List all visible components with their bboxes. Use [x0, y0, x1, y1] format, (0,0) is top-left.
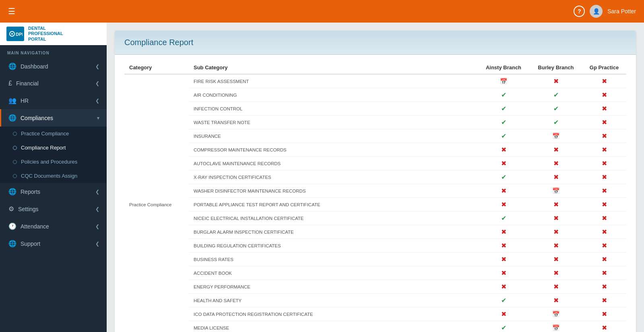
user-name: Sara Potter: [607, 8, 636, 15]
circle-icon: [13, 174, 17, 178]
burley-cell: 📅: [530, 129, 582, 143]
subcategory-cell: MEDIA LICENSE: [189, 321, 477, 332]
gp-cell: ✖: [582, 157, 626, 170]
page-title: Compliance Report: [124, 38, 626, 47]
gp-cell: ✖: [582, 170, 626, 184]
gp-cell: ✖: [582, 212, 626, 225]
table-row: X-RAY INSPECTION CERTIFICATES ✔ ✖ ✖: [124, 170, 626, 184]
burley-cell: ✖: [530, 170, 582, 184]
subcategory-cell: COMPRESSOR MAINTENANCE RECORDS: [189, 143, 477, 157]
circle-icon: [13, 132, 17, 136]
chevron-icon: ❮: [95, 81, 99, 86]
table-row: ACCIDENT BOOK ✖ ✖ ✖: [124, 266, 626, 280]
burley-cell: ✖: [530, 280, 582, 294]
burley-cell: ✖: [530, 74, 582, 88]
sidebar-item-practice-compliance[interactable]: Practice Compliance: [0, 127, 107, 141]
burley-cell: ✔: [530, 88, 582, 102]
topbar-right: ? 👤 Sara Potter: [574, 5, 636, 18]
svg-point-2: [11, 33, 13, 35]
subcategory-cell: INSURANCE: [189, 129, 477, 143]
circle-icon: [13, 146, 17, 150]
menu-icon[interactable]: ☰: [8, 6, 15, 16]
gp-cell: ✖: [582, 294, 626, 307]
sidebar-item-financial[interactable]: £ Financial ❮: [0, 75, 107, 92]
sidebar-item-dashboard[interactable]: 🌐 Dashboard ❮: [0, 58, 107, 75]
ainsty-cell: ✔: [477, 116, 530, 129]
ainsty-cell: ✔: [477, 129, 530, 143]
table-row: COMPRESSOR MAINTENANCE RECORDS ✖ ✖ ✖: [124, 143, 626, 157]
col-header-subcategory: Sub Category: [189, 61, 477, 74]
gp-cell: ✖: [582, 129, 626, 143]
ainsty-cell: ✖: [477, 143, 530, 157]
subcategory-cell: NICEIC ELECTRICAL INSTALLATION CERTIFICA…: [189, 212, 477, 225]
sidebar: DPP DENTAL PROFESSIONAL PORTAL MAIN NAVI…: [0, 23, 107, 332]
col-header-gp: Gp Practice: [582, 61, 626, 74]
table-row: MEDIA LICENSE ✔ 📅 ✖: [124, 321, 626, 332]
nav-section-label: MAIN NAVIGATION: [0, 45, 107, 58]
sidebar-item-attendance[interactable]: 🕐 Attendance ❮: [0, 218, 107, 235]
gp-cell: ✖: [582, 143, 626, 157]
sidebar-item-reports[interactable]: 🌐 Reports ❮: [0, 183, 107, 200]
chevron-down-icon: ▾: [97, 115, 99, 121]
compliances-submenu: Practice Compliance Compliance Report Po…: [0, 127, 107, 183]
gp-cell: ✖: [582, 225, 626, 239]
topbar: ☰ ? 👤 Sara Potter: [0, 0, 644, 23]
ainsty-cell: ✖: [477, 225, 530, 239]
help-icon[interactable]: ?: [574, 6, 585, 17]
sidebar-item-settings[interactable]: ⚙ Settings ❮: [0, 200, 107, 218]
gp-cell: ✖: [582, 74, 626, 88]
sidebar-item-support[interactable]: 🌐 Support ❮: [0, 235, 107, 252]
gp-cell: ✖: [582, 239, 626, 253]
burley-cell: ✖: [530, 266, 582, 280]
subcategory-cell: HEALTH AND SAFETY: [189, 294, 477, 307]
chevron-icon: ❮: [95, 98, 99, 104]
burley-cell: ✖: [530, 157, 582, 170]
gp-cell: ✖: [582, 116, 626, 129]
ainsty-cell: ✔: [477, 321, 530, 332]
chevron-icon: ❮: [95, 224, 99, 229]
ainsty-cell: ✖: [477, 198, 530, 212]
main-layout: DPP DENTAL PROFESSIONAL PORTAL MAIN NAVI…: [0, 23, 644, 332]
ainsty-cell: ✖: [477, 253, 530, 266]
table-row: INFECTION CONTROL ✔ ✔ ✖: [124, 102, 626, 116]
chevron-icon: ❮: [95, 241, 99, 247]
ainsty-cell: 📅: [477, 74, 530, 88]
subcategory-cell: FIRE RISK ASSESSMENT: [189, 74, 477, 88]
sidebar-item-cqc-documents[interactable]: CQC Documents Assign: [0, 169, 107, 183]
ainsty-cell: ✔: [477, 170, 530, 184]
subcategory-cell: BUSINESS RATES: [189, 253, 477, 266]
burley-cell: ✖: [530, 212, 582, 225]
hr-icon: 👥: [8, 97, 17, 104]
burley-cell: ✖: [530, 225, 582, 239]
table-row: Practice Compliance FIRE RISK ASSESSMENT…: [124, 74, 626, 88]
sidebar-item-compliances[interactable]: 🌐 Compliances ▾: [0, 109, 107, 127]
gp-cell: ✖: [582, 184, 626, 198]
support-icon: 🌐: [8, 240, 17, 247]
dashboard-icon: 🌐: [8, 62, 17, 70]
ainsty-cell: ✔: [477, 294, 530, 307]
table-row: AUTOCLAVE MAINTENANCE RECORDS ✖ ✖ ✖: [124, 157, 626, 170]
gp-cell: ✖: [582, 266, 626, 280]
subcategory-cell: INFECTION CONTROL: [189, 102, 477, 116]
reports-icon: 🌐: [8, 188, 17, 195]
gp-cell: ✖: [582, 198, 626, 212]
logo-area: DPP DENTAL PROFESSIONAL PORTAL: [0, 23, 107, 45]
subcategory-cell: BUILDING REGULATION CERTIFICATES: [189, 239, 477, 253]
table-row: AIR CONDITIONING ✔ ✔ ✖: [124, 88, 626, 102]
subcategory-cell: WASTE TRANSFER NOTE: [189, 116, 477, 129]
table-row: NICEIC ELECTRICAL INSTALLATION CERTIFICA…: [124, 212, 626, 225]
sidebar-item-compliance-report[interactable]: Compliance Report: [0, 141, 107, 155]
table-row: PORTABLE APPLIANCE TEST REPORT AND CERTI…: [124, 198, 626, 212]
burley-cell: 📅: [530, 307, 582, 321]
subcategory-cell: ENERGY PERFORMANCE: [189, 280, 477, 294]
content-area: Compliance Report Category Sub Category …: [107, 23, 644, 332]
subcategory-cell: ICO DATA PROTECTION REGISTRATION CERTIFI…: [189, 307, 477, 321]
sidebar-item-hr[interactable]: 👥 HR ❮: [0, 92, 107, 109]
subcategory-cell: AUTOCLAVE MAINTENANCE RECORDS: [189, 157, 477, 170]
burley-cell: ✖: [530, 239, 582, 253]
report-header: Compliance Report: [115, 31, 636, 55]
sidebar-item-policies-procedures[interactable]: Policies and Procedures: [0, 155, 107, 169]
category-cell: Practice Compliance: [124, 74, 189, 332]
table-row: BURGLAR ALARM INSPECTION CERTIFICATE ✖ ✖…: [124, 225, 626, 239]
report-container: Compliance Report Category Sub Category …: [115, 31, 636, 332]
